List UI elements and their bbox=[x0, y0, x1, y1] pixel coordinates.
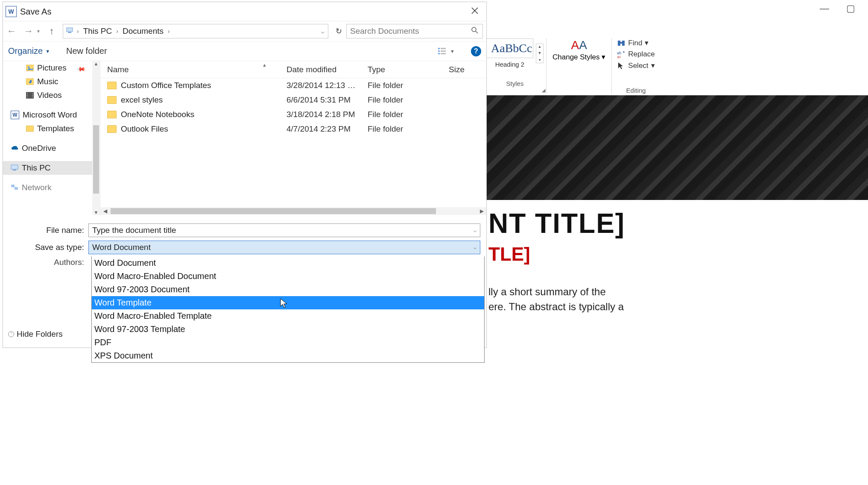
svg-rect-12 bbox=[441, 48, 446, 49]
nav-tree[interactable]: 📌 Pictures Music Videos W Microsoft Word bbox=[3, 61, 100, 215]
nav-templates[interactable]: Templates bbox=[3, 122, 100, 135]
chevron-down-icon[interactable]: ⌵ bbox=[473, 227, 476, 233]
svg-rect-26 bbox=[32, 97, 33, 97]
save-as-type-value: Word Document bbox=[92, 243, 151, 252]
minimize-icon[interactable]: — bbox=[820, 3, 829, 14]
chevron-right-icon: › bbox=[115, 28, 119, 35]
type-option[interactable]: PDF bbox=[92, 336, 484, 349]
type-option[interactable]: Word 97-2003 Document bbox=[92, 283, 484, 296]
svg-rect-1 bbox=[622, 41, 625, 46]
nav-microsoft-word[interactable]: W Microsoft Word bbox=[3, 108, 100, 122]
nav-music[interactable]: Music bbox=[3, 75, 100, 88]
column-date-modified[interactable]: Date modified bbox=[280, 65, 361, 74]
scrollbar-thumb[interactable] bbox=[93, 125, 99, 194]
change-styles-button[interactable]: AA Change Styles ▾ bbox=[549, 38, 609, 62]
search-icon bbox=[471, 27, 478, 35]
scroll-left-icon[interactable]: ◀ bbox=[100, 208, 110, 214]
file-row[interactable]: Custom Office Templates 3/28/2014 12:13 … bbox=[100, 78, 486, 93]
nav-videos[interactable]: Videos bbox=[3, 88, 100, 102]
replace-icon: abac bbox=[617, 50, 625, 59]
pc-icon bbox=[11, 164, 18, 172]
nav-pictures[interactable]: Pictures bbox=[3, 61, 100, 75]
svg-text:ac: ac bbox=[617, 55, 621, 59]
nav-tree-scrollbar[interactable]: ▲ ▼ bbox=[92, 61, 100, 215]
nav-row: ← → ▾ ↑ › This PC › Documents › ⌵ ↻ Sear… bbox=[3, 21, 486, 41]
word-icon: W bbox=[11, 111, 19, 119]
folder-icon bbox=[26, 126, 34, 132]
save-as-type-select[interactable]: Word Document ⌵ bbox=[88, 241, 480, 254]
nav-onedrive[interactable]: OneDrive bbox=[3, 141, 100, 155]
replace-button[interactable]: abac Replace bbox=[617, 50, 655, 59]
folder-icon bbox=[107, 82, 117, 89]
type-option[interactable]: Word Document bbox=[92, 256, 484, 270]
svg-rect-28 bbox=[13, 170, 16, 170]
style-thumb-label: Heading 2 bbox=[495, 61, 524, 68]
scroll-down-icon[interactable]: ▼ bbox=[94, 210, 99, 215]
nav-up-button[interactable]: ↑ bbox=[43, 26, 60, 37]
svg-rect-23 bbox=[27, 97, 28, 97]
refresh-button[interactable]: ↻ bbox=[331, 26, 346, 36]
filename-input[interactable]: Type the document title ⌵ bbox=[88, 223, 480, 237]
organize-button[interactable]: Organize ▼ bbox=[8, 46, 50, 56]
scroll-up-icon[interactable]: ▲ bbox=[94, 61, 99, 66]
column-name[interactable]: ▲ Name bbox=[100, 65, 280, 74]
close-icon bbox=[471, 7, 479, 15]
pc-icon bbox=[63, 26, 76, 36]
find-button[interactable]: Find ▾ bbox=[617, 38, 649, 47]
maximize-icon[interactable]: ▢ bbox=[846, 3, 855, 14]
chevron-up-icon: ˄ bbox=[8, 331, 14, 337]
file-row[interactable]: OneNote Notebooks 3/18/2014 2:18 PM File… bbox=[100, 107, 486, 122]
address-breadcrumb[interactable]: › This PC › Documents › ⌵ bbox=[63, 24, 328, 38]
styles-gallery-expand[interactable]: ▲▼▾ bbox=[536, 44, 544, 63]
breadcrumb-this-pc[interactable]: This PC bbox=[80, 26, 116, 36]
file-row[interactable]: excel styles 6/6/2014 5:31 PM File folde… bbox=[100, 93, 486, 107]
svg-rect-29 bbox=[11, 185, 15, 187]
scroll-right-icon[interactable]: ▶ bbox=[477, 208, 486, 214]
file-list: ▲ Name Date modified Type Size Custom Of… bbox=[100, 61, 486, 215]
svg-rect-24 bbox=[32, 93, 33, 94]
type-option[interactable]: Word Template bbox=[92, 296, 484, 309]
breadcrumb-documents[interactable]: Documents bbox=[119, 26, 167, 36]
svg-rect-22 bbox=[27, 95, 28, 96]
svg-rect-7 bbox=[67, 28, 73, 32]
breadcrumb-dropdown-icon[interactable]: ⌵ bbox=[321, 28, 324, 35]
nav-back-button[interactable]: ← bbox=[3, 26, 20, 37]
view-list-icon bbox=[437, 47, 447, 56]
nav-network[interactable]: Network bbox=[3, 181, 100, 194]
type-option[interactable]: XPS Document bbox=[92, 349, 484, 362]
nav-this-pc[interactable]: This PC bbox=[3, 161, 100, 175]
type-option[interactable]: Word Macro-Enabled Template bbox=[92, 309, 484, 323]
column-size[interactable]: Size bbox=[442, 65, 480, 74]
chevron-down-icon[interactable]: ⌵ bbox=[473, 244, 476, 250]
search-input[interactable]: Search Documents bbox=[346, 24, 483, 38]
folder-icon bbox=[107, 125, 117, 133]
style-heading2[interactable]: AaBbCc Heading 2 bbox=[486, 38, 533, 68]
save-as-type-label: Save as type: bbox=[9, 243, 88, 252]
column-type[interactable]: Type bbox=[361, 65, 442, 74]
styles-dialog-launcher-icon[interactable]: ◢ bbox=[542, 88, 545, 93]
hide-folders-button[interactable]: ˄ Hide Folders bbox=[8, 329, 63, 339]
scrollbar-thumb[interactable] bbox=[111, 208, 436, 214]
music-icon bbox=[26, 78, 34, 85]
chevron-down-icon: ▼ bbox=[45, 49, 50, 54]
nav-history-dropdown[interactable]: ▾ bbox=[37, 28, 43, 34]
close-button[interactable] bbox=[466, 6, 484, 17]
file-list-hscrollbar[interactable]: ◀ ▶ bbox=[100, 207, 486, 215]
nav-forward-button[interactable]: → bbox=[20, 26, 37, 37]
document-title-placeholder: NT TITLE] bbox=[488, 208, 868, 239]
svg-rect-21 bbox=[27, 93, 28, 94]
document-subtitle-placeholder: TLE] bbox=[488, 244, 868, 265]
view-options-button[interactable]: ▼ bbox=[437, 47, 455, 56]
select-button[interactable]: Select ▾ bbox=[617, 61, 655, 70]
help-button[interactable]: ? bbox=[471, 46, 481, 56]
dialog-toolbar: Organize ▼ New folder ▼ ? bbox=[3, 41, 486, 61]
type-option[interactable]: Word 97-2003 Template bbox=[92, 323, 484, 336]
save-as-type-dropdown[interactable]: Word Document Word Macro-Enabled Documen… bbox=[91, 256, 485, 363]
file-row[interactable]: Outlook Files 4/7/2014 2:23 PM File fold… bbox=[100, 122, 486, 136]
svg-rect-13 bbox=[438, 50, 440, 52]
ribbon: AaBbCc Heading 2 ▲▼▾ Styles ◢ AA Change … bbox=[484, 35, 868, 95]
type-option[interactable]: Word Macro-Enabled Document bbox=[92, 270, 484, 283]
dialog-title: Save As bbox=[20, 7, 51, 17]
new-folder-button[interactable]: New folder bbox=[66, 46, 107, 56]
folder-icon bbox=[107, 96, 117, 104]
